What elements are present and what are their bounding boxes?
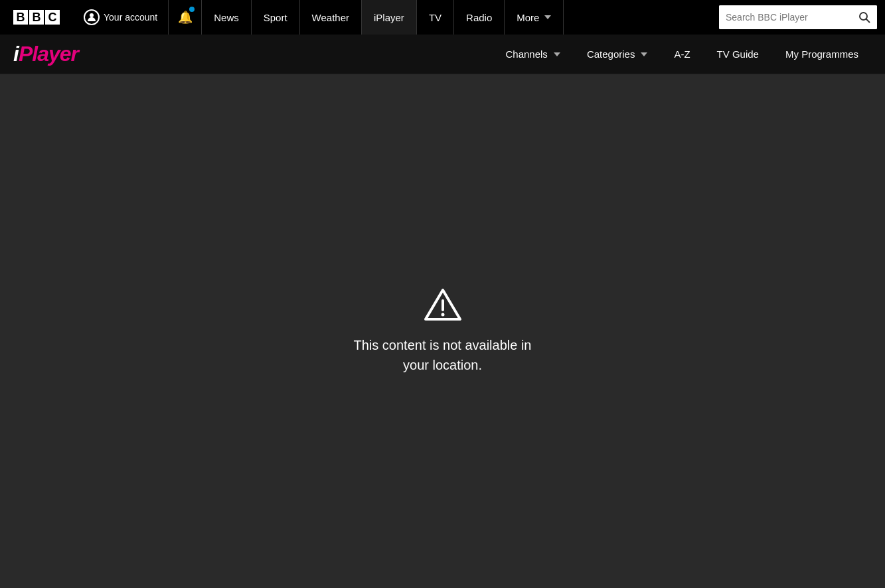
- account-icon: [84, 9, 100, 25]
- error-message: This content is not available in your lo…: [354, 335, 532, 375]
- search-container: [711, 0, 885, 35]
- channels-dropdown-icon: [554, 52, 560, 56]
- nav-link-sport[interactable]: Sport: [252, 0, 300, 35]
- nav-link-news[interactable]: News: [202, 0, 252, 35]
- main-content: This content is not available in your lo…: [0, 74, 885, 588]
- error-container: This content is not available in your lo…: [354, 287, 532, 375]
- search-input[interactable]: [719, 5, 852, 29]
- bbc-logo-c: C: [45, 10, 60, 25]
- bbc-logo-b2: B: [29, 10, 44, 25]
- nav-link-iplayer[interactable]: iPlayer: [362, 0, 417, 35]
- svg-point-0: [90, 13, 94, 17]
- iplayer-logo-text: iPlayer: [13, 42, 78, 66]
- account-label: Your account: [104, 12, 157, 23]
- nav-link-weather[interactable]: Weather: [300, 0, 362, 35]
- nav-link-tv[interactable]: TV: [417, 0, 454, 35]
- search-icon: [858, 11, 870, 23]
- iplayer-nav-az[interactable]: A-Z: [661, 35, 703, 74]
- nav-link-more[interactable]: More: [505, 0, 564, 35]
- iplayer-nav-channels[interactable]: Channels: [492, 35, 573, 74]
- error-line1: This content is not available in: [354, 338, 532, 352]
- iplayer-nav-myprogrammes[interactable]: My Programmes: [772, 35, 872, 74]
- channels-label: Channels: [505, 48, 547, 60]
- bbc-logo-b1: B: [13, 10, 28, 25]
- nav-link-radio[interactable]: Radio: [454, 0, 505, 35]
- search-box: [719, 5, 877, 29]
- iplayer-nav-categories[interactable]: Categories: [574, 35, 661, 74]
- iplayer-nav: iPlayer Channels Categories A-Z TV Guide…: [0, 35, 885, 74]
- notification-dot: [189, 7, 195, 12]
- more-dropdown-arrow: [544, 15, 551, 19]
- svg-point-5: [441, 313, 444, 317]
- error-line2: your location.: [403, 358, 482, 372]
- iplayer-logo[interactable]: iPlayer: [13, 42, 78, 66]
- search-button[interactable]: [852, 5, 877, 29]
- bbc-topnav: B B C Your account 🔔 News Sport Weather …: [0, 0, 885, 35]
- account-button[interactable]: Your account: [73, 0, 169, 35]
- bbc-logo[interactable]: B B C: [0, 0, 73, 35]
- more-label: More: [517, 12, 539, 23]
- bell-icon: 🔔: [178, 10, 193, 25]
- svg-line-2: [866, 19, 870, 23]
- iplayer-nav-tvguide[interactable]: TV Guide: [704, 35, 772, 74]
- notification-button[interactable]: 🔔: [169, 0, 202, 35]
- topnav-links: News Sport Weather iPlayer TV Radio More: [202, 0, 711, 35]
- categories-label: Categories: [587, 48, 635, 60]
- iplayer-nav-links: Channels Categories A-Z TV Guide My Prog…: [492, 35, 872, 74]
- iplayer-logo-i: i: [13, 42, 19, 66]
- categories-dropdown-icon: [641, 52, 647, 56]
- warning-triangle-icon: [423, 287, 463, 322]
